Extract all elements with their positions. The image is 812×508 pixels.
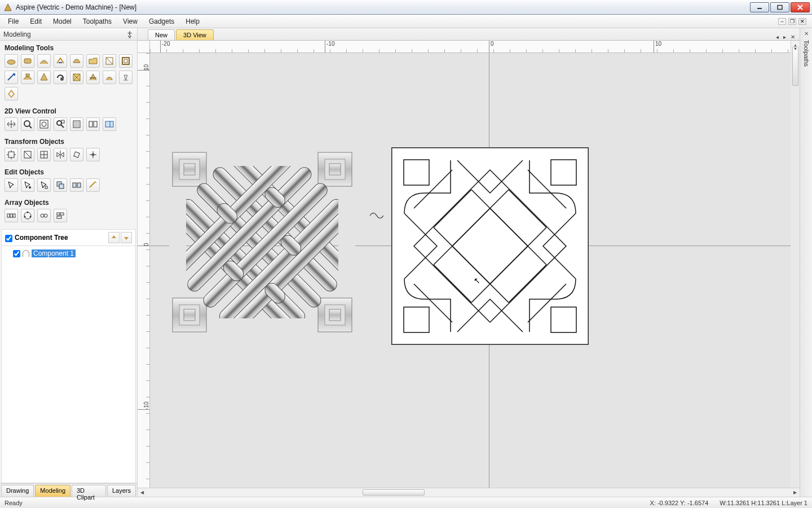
minimize-button[interactable] bbox=[750, 2, 769, 12]
menu-model[interactable]: Model bbox=[47, 16, 77, 27]
scale-z-icon[interactable] bbox=[119, 71, 133, 84]
node-edit2-icon[interactable] bbox=[37, 178, 51, 192]
viewport[interactable]: ↖ bbox=[150, 53, 791, 488]
tab-3d-clipart[interactable]: 3D Clipart bbox=[72, 485, 106, 497]
move-up-button[interactable] bbox=[108, 232, 120, 243]
slice-icon[interactable] bbox=[86, 71, 100, 84]
extrude-icon[interactable] bbox=[37, 54, 51, 68]
mirror-icon[interactable] bbox=[54, 148, 67, 161]
svg-rect-23 bbox=[8, 152, 14, 157]
ruler-corner bbox=[138, 41, 150, 53]
smooth-icon[interactable] bbox=[70, 71, 83, 84]
move-down-button[interactable] bbox=[121, 232, 132, 243]
rotate-icon[interactable] bbox=[70, 148, 83, 161]
move-icon[interactable] bbox=[5, 148, 18, 161]
svg-rect-46 bbox=[60, 213, 64, 215]
turn-icon[interactable] bbox=[70, 54, 83, 68]
trace-icon[interactable] bbox=[37, 71, 51, 84]
toggle-grid-icon[interactable] bbox=[70, 117, 83, 131]
node-edit-icon[interactable] bbox=[21, 178, 34, 192]
svg-point-16 bbox=[57, 121, 61, 125]
texture-area-icon[interactable] bbox=[103, 54, 116, 68]
import-component-icon[interactable] bbox=[86, 54, 100, 68]
svg-rect-1 bbox=[778, 5, 782, 9]
zoom-extents-icon[interactable] bbox=[21, 117, 34, 131]
tab-close-icon[interactable]: ✕ bbox=[789, 34, 796, 40]
replace-below-icon[interactable] bbox=[103, 71, 116, 84]
array-linear-icon[interactable] bbox=[5, 209, 18, 222]
bake-icon[interactable] bbox=[5, 87, 18, 100]
array-copy-icon[interactable] bbox=[37, 209, 51, 222]
doc-tab-new[interactable]: New bbox=[148, 29, 175, 40]
emboss-icon[interactable] bbox=[21, 71, 34, 84]
scrollbar-horizontal[interactable]: ◀ ▶ bbox=[138, 488, 800, 497]
menu-gadgets[interactable]: Gadgets bbox=[143, 16, 180, 27]
svg-rect-68 bbox=[217, 318, 308, 335]
svg-rect-50 bbox=[184, 164, 195, 175]
tab-modeling[interactable]: Modeling bbox=[35, 485, 70, 497]
sculpt-icon[interactable] bbox=[5, 71, 18, 84]
maximize-button[interactable] bbox=[770, 2, 789, 12]
menu-toolpaths[interactable]: Toolpaths bbox=[77, 16, 117, 27]
menu-view[interactable]: View bbox=[117, 16, 143, 27]
distort-icon[interactable] bbox=[86, 148, 100, 161]
tab-layers[interactable]: Layers bbox=[107, 485, 136, 497]
pin-icon[interactable] bbox=[126, 30, 134, 38]
align-icon[interactable] bbox=[37, 148, 51, 161]
scroll-thumb-h[interactable] bbox=[363, 489, 425, 496]
svg-rect-7 bbox=[124, 59, 127, 63]
cursor-icon: ↖ bbox=[474, 276, 480, 285]
menu-help[interactable]: Help bbox=[180, 16, 205, 27]
create-border-icon[interactable] bbox=[119, 54, 133, 68]
right-panel-close-icon[interactable]: ✕ bbox=[804, 30, 809, 37]
right-panel-collapsed[interactable]: ✕ Toolpaths bbox=[800, 28, 812, 497]
tab-drawing[interactable]: Drawing bbox=[1, 485, 34, 497]
scroll-right-icon[interactable]: ▶ bbox=[791, 488, 800, 497]
array-circular-icon[interactable] bbox=[21, 209, 34, 222]
tree-item-checkbox[interactable] bbox=[13, 250, 20, 257]
scroll-left-icon[interactable]: ◀ bbox=[138, 488, 147, 497]
mdi-controls: – ❐ ✕ bbox=[778, 18, 810, 25]
svg-rect-73 bbox=[404, 307, 429, 332]
view-tile-icon[interactable] bbox=[86, 117, 100, 131]
select-icon[interactable] bbox=[5, 178, 18, 192]
view-toggle-icon[interactable] bbox=[103, 117, 116, 131]
right-panel-label[interactable]: Toolpaths bbox=[803, 40, 810, 67]
tab-next-icon[interactable]: ▸ bbox=[782, 34, 787, 40]
properties-icon[interactable] bbox=[54, 71, 67, 84]
menu-edit[interactable]: Edit bbox=[24, 16, 47, 27]
svg-rect-36 bbox=[7, 214, 10, 217]
component-tree-checkbox[interactable] bbox=[5, 235, 12, 242]
group-icon[interactable] bbox=[54, 178, 67, 192]
menu-file[interactable]: File bbox=[2, 16, 24, 27]
weave-icon[interactable] bbox=[21, 54, 34, 68]
mdi-restore-button[interactable]: ❐ bbox=[788, 18, 796, 25]
two-rail-icon[interactable] bbox=[54, 54, 67, 68]
svg-point-40 bbox=[27, 212, 29, 213]
ruler-horizontal[interactable]: -20-10010 bbox=[150, 41, 791, 53]
mdi-minimize-button[interactable]: – bbox=[778, 18, 786, 25]
svg-rect-28 bbox=[74, 152, 80, 157]
doc-tab-3d-view[interactable]: 3D View bbox=[176, 29, 214, 40]
ungroup-icon[interactable] bbox=[70, 178, 83, 192]
nest-icon[interactable] bbox=[54, 209, 67, 222]
measure-icon[interactable] bbox=[86, 178, 100, 192]
zoom-selected-icon[interactable] bbox=[54, 117, 67, 131]
svg-point-41 bbox=[30, 216, 32, 218]
zoom-fit-icon[interactable] bbox=[37, 117, 51, 131]
ruler-vertical[interactable]: 100-10 bbox=[138, 53, 150, 488]
app-icon bbox=[3, 3, 12, 12]
tab-prev-icon[interactable]: ◂ bbox=[775, 34, 780, 40]
mdi-close-button[interactable]: ✕ bbox=[798, 18, 806, 25]
set-size-icon[interactable] bbox=[21, 148, 34, 161]
component-tree[interactable]: Component 1 bbox=[1, 246, 136, 483]
section-transform: Transform Objects bbox=[0, 134, 137, 147]
create-shape-icon[interactable] bbox=[5, 54, 18, 68]
svg-rect-72 bbox=[551, 160, 576, 185]
pan-icon[interactable] bbox=[5, 117, 18, 131]
scroll-down-icon[interactable]: ▼ bbox=[791, 44, 800, 53]
tree-item-label[interactable]: Component 1 bbox=[32, 249, 76, 257]
tree-item-component[interactable]: Component 1 bbox=[5, 248, 132, 259]
close-button[interactable] bbox=[791, 2, 810, 12]
scrollbar-vertical[interactable]: ▲ ▼ bbox=[791, 41, 800, 53]
